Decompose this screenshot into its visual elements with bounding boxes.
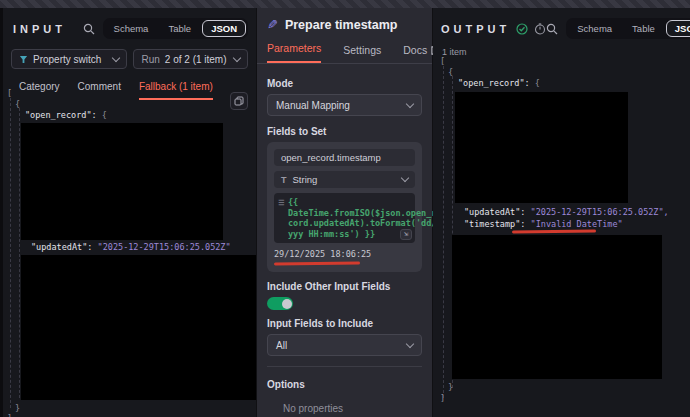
json-key: "updatedAt": xyxy=(464,207,525,217)
options-section: Options No properties xyxy=(267,366,422,414)
input-node-selector[interactable]: Property switch xyxy=(11,49,127,69)
include-other-fields-label: Include Other Input Fields xyxy=(267,281,422,292)
json-bracket: ] xyxy=(7,413,12,417)
annotation-underline xyxy=(274,262,360,266)
expression-line: {{ DateTime.fromISO($json.open_re xyxy=(288,197,409,218)
output-tab-schema[interactable]: Schema xyxy=(568,20,621,37)
input-tab-json[interactable]: JSON xyxy=(202,20,246,37)
json-bracket: ] xyxy=(440,393,445,403)
chevron-down-icon xyxy=(401,174,409,182)
json-line: "open_record": { xyxy=(458,78,540,89)
annotation-underline xyxy=(512,230,596,234)
json-key: "timestamp": xyxy=(464,219,525,229)
redacted-block xyxy=(452,235,662,379)
mode-label: Mode xyxy=(267,78,422,89)
docs-label: Docs xyxy=(403,44,427,56)
json-key: "open_record": xyxy=(25,110,97,120)
json-brace: } xyxy=(15,403,20,413)
switch-node-icon xyxy=(19,55,28,64)
indent-guide xyxy=(443,66,444,398)
input-json-view: [ { "open_record": { "updatedAt": "2025-… xyxy=(3,86,256,417)
field-type-value: String xyxy=(293,174,397,185)
json-brace: { xyxy=(530,78,540,88)
node-title: Prepare timestamp xyxy=(285,18,398,32)
json-line: ] xyxy=(440,393,445,404)
chevron-down-icon xyxy=(233,53,241,61)
execution-time-icon[interactable] xyxy=(534,23,546,35)
mode-select[interactable]: Manual Mapping xyxy=(267,94,422,116)
json-key: "updatedAt": xyxy=(31,242,92,252)
node-settings-panel: ✎ Prepare timestamp Parameters Settings … xyxy=(256,8,433,417)
json-line: "open_record": { xyxy=(25,110,107,121)
input-fields-include-value: All xyxy=(276,340,287,351)
toggle-knob xyxy=(282,299,292,309)
json-line: { xyxy=(15,99,20,110)
json-line: [ xyxy=(440,56,445,67)
input-search-icon[interactable] xyxy=(83,23,95,35)
mode-value: Manual Mapping xyxy=(276,100,350,111)
json-line: ] xyxy=(7,413,12,417)
input-view-switcher: Schema Table JSON xyxy=(103,18,248,39)
output-panel: OUTPUT Schema Table JSON 1 item [ { "ope… xyxy=(433,8,690,417)
expand-expression-icon[interactable]: ⇲ xyxy=(400,229,412,240)
params-tab-bar: Parameters Settings Docs xyxy=(257,32,432,64)
field-type-select[interactable]: T String xyxy=(274,171,415,188)
json-bracket: [ xyxy=(7,88,12,98)
tab-settings[interactable]: Settings xyxy=(343,44,381,63)
chevron-down-icon xyxy=(112,53,120,61)
string-type-icon: T xyxy=(281,175,287,185)
run-value: 2 of 2 (1 item) xyxy=(165,54,229,65)
chevron-down-icon xyxy=(406,99,414,107)
json-brace: } xyxy=(448,382,453,392)
json-brace: { xyxy=(448,67,453,77)
input-fields-include-label: Input Fields to Include xyxy=(267,318,422,329)
copy-json-button[interactable] xyxy=(230,92,248,110)
input-tab-schema[interactable]: Schema xyxy=(105,20,158,37)
expression-line: cord.updatedAt).toFormat('dd/MM/y xyxy=(288,218,409,229)
input-tab-table[interactable]: Table xyxy=(159,20,200,37)
options-label: Options xyxy=(267,379,422,390)
redacted-block xyxy=(21,123,223,240)
field-card: open_record.timestamp T String ☰ {{ Date… xyxy=(267,142,422,272)
input-panel-title: INPUT xyxy=(13,23,66,35)
json-value: "Invalid DateTime" xyxy=(531,219,623,229)
json-line: "updatedAt": "2025-12-29T15:06:25.052Z" xyxy=(31,242,231,253)
output-view-switcher: Schema Table JSON xyxy=(566,18,690,39)
options-empty-text: No properties xyxy=(267,395,422,414)
output-tab-json[interactable]: JSON xyxy=(666,20,690,37)
json-value: "2025-12-29T15:06:25.052Z", xyxy=(531,207,669,217)
field-name-input[interactable]: open_record.timestamp xyxy=(274,149,415,166)
output-panel-title: OUTPUT xyxy=(441,23,510,35)
json-line: } xyxy=(15,403,20,414)
output-tab-table[interactable]: Table xyxy=(623,20,664,37)
json-line: [ xyxy=(7,88,12,99)
json-value: "2025-12-29T15:06:25.052Z" xyxy=(98,242,231,252)
json-line: { xyxy=(448,67,453,78)
indent-guide xyxy=(19,108,20,398)
expression-editor[interactable]: ☰ {{ DateTime.fromISO($json.open_re cord… xyxy=(274,193,415,243)
run-label: Run xyxy=(141,54,159,65)
redacted-block xyxy=(455,92,628,203)
json-line: } xyxy=(448,382,453,393)
output-search-icon[interactable] xyxy=(546,23,558,35)
run-success-icon xyxy=(516,23,528,35)
input-fields-include-select[interactable]: All xyxy=(267,334,422,356)
chevron-down-icon xyxy=(406,339,414,347)
tab-parameters[interactable]: Parameters xyxy=(267,42,321,63)
input-panel: INPUT Schema Table JSON Property switch … xyxy=(3,8,256,417)
input-run-selector[interactable]: Run 2 of 2 (1 item) xyxy=(133,49,248,69)
output-json-view: [ { "open_record": { "updatedAt": "2025-… xyxy=(433,52,690,417)
json-line: "updatedAt": "2025-12-29T15:06:25.052Z", xyxy=(464,207,669,218)
fields-to-set-label: Fields to Set xyxy=(267,126,422,137)
input-node-label: Property switch xyxy=(33,54,108,65)
edit-pencil-icon: ✎ xyxy=(267,17,278,32)
expression-line: yyy HH:mm:ss') }} xyxy=(288,229,409,240)
json-key: "open_record": xyxy=(458,78,530,88)
include-other-fields-toggle[interactable] xyxy=(267,297,293,310)
indent-guide xyxy=(10,98,11,408)
json-bracket: [ xyxy=(440,56,445,66)
expression-grip-icon: ☰ xyxy=(278,198,284,209)
json-line: "timestamp": "Invalid DateTime" xyxy=(464,219,623,230)
expression-result-preview: 29/12/2025 18:06:25 xyxy=(274,249,371,259)
redacted-block xyxy=(21,255,256,400)
